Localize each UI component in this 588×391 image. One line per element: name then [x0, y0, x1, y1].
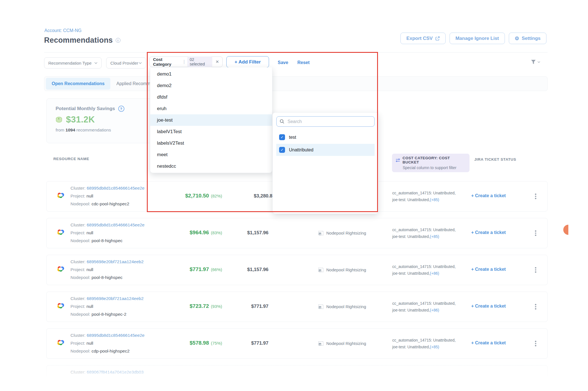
cost-category-line1: cc_automation_14715: Unattributed,	[392, 226, 456, 233]
cluster-label: Cluster:	[70, 186, 85, 190]
create-ticket-button[interactable]: + Create a ticket	[471, 193, 506, 198]
swap-arrows-icon	[395, 158, 400, 162]
filter-menu-button[interactable]	[531, 60, 540, 64]
cost-category-more-link[interactable]: (+86)	[430, 271, 439, 276]
save-button[interactable]: Save	[278, 60, 288, 65]
table-row: Cluster: 6895698e20bf721aa124eeb2 Projec…	[46, 292, 548, 322]
checkbox-checked-icon[interactable]	[279, 147, 285, 153]
cost-category-more-link[interactable]: (+85)	[430, 197, 439, 202]
rightsizing-icon	[318, 231, 323, 235]
row-menu-icon[interactable]	[533, 229, 538, 237]
cost-category-line2: joe-test: Unattributed,	[392, 271, 430, 276]
cost-category-cell: cc_automation_14715: Unattributed,joe-te…	[392, 190, 456, 203]
dropdown-item-demo1[interactable]: demo1	[150, 68, 272, 80]
cost-category-line2: joe-test: Unattributed,	[392, 197, 430, 202]
cluster-link[interactable]: 68995db8d1c854666145ee2e	[87, 186, 145, 190]
cost-category-dropdown: demo1 demo2 dfdsf eruh joe-test labelV1T…	[150, 67, 272, 173]
cost-category-cell: cc_automation_14715: Unattributed,joe-te…	[392, 226, 456, 240]
reset-button[interactable]: Reset	[297, 60, 310, 65]
cluster-link[interactable]: 68995db8d1c854666145ee2e	[87, 222, 145, 227]
close-icon[interactable]: ✕	[215, 59, 219, 64]
table-row: Cluster: 689067f8414a7041e2e3db03	[46, 365, 548, 391]
dropdown-item-demo2[interactable]: demo2	[150, 80, 272, 91]
dropdown-item-nestedcc[interactable]: nestedcc	[150, 160, 272, 172]
cost-category-line2: joe-test: Unattributed,	[392, 345, 430, 349]
cluster-link[interactable]: 68995db8d1c854666145ee2e	[87, 333, 145, 338]
breadcrumb[interactable]: Account: CCM-NG	[44, 28, 81, 33]
create-ticket-button[interactable]: + Create a ticket	[471, 340, 506, 345]
bucket-search-input[interactable]	[287, 119, 366, 124]
info-icon[interactable]: i	[116, 38, 120, 43]
monthly-savings-cell: $2,710.50(82%)	[165, 193, 222, 199]
cluster-link[interactable]: 689067f8414a7041e2e3db03	[87, 370, 144, 374]
savings-percent: (82%)	[211, 194, 222, 198]
tab-strip: Open Recommendations Applied Recommendat…	[44, 76, 548, 91]
bucket-option-label: Unattributed	[289, 147, 313, 153]
header-actions: Export CSV Manage Ignore List ⚙ Settings	[400, 33, 546, 44]
tab-open-recommendations[interactable]: Open Recommendations	[46, 78, 110, 90]
rightsizing-icon	[318, 268, 323, 272]
savings-value: $723.72	[190, 303, 209, 309]
search-icon	[280, 119, 284, 124]
row-menu-icon[interactable]	[533, 266, 538, 274]
bucket-option-test[interactable]: test	[276, 131, 375, 143]
export-csv-button[interactable]: Export CSV	[400, 33, 446, 44]
cost-category-cell: cc_automation_14715: Unattributed,joe-te…	[392, 263, 456, 277]
cluster-label: Cluster:	[70, 370, 85, 374]
table-row: Cluster: 68995db8d1c854666145ee2e Projec…	[46, 328, 548, 359]
settings-button[interactable]: ⚙ Settings	[509, 33, 546, 44]
rightsizing-icon	[318, 341, 323, 346]
rightsizing-icon	[318, 304, 323, 309]
dropdown-item-labelsV2Test[interactable]: labelsV2Test	[150, 137, 272, 149]
floating-widget-dot[interactable]	[563, 225, 568, 235]
monthly-cost-cell: $3,280.8	[226, 193, 272, 199]
cloud-provider-label: Cloud Provider	[110, 61, 138, 65]
monthly-savings-cell: $964.96(83%)	[165, 229, 222, 236]
savings-from-text: from	[56, 128, 64, 132]
project-label: Project:	[70, 304, 85, 309]
project-label: Project:	[70, 267, 85, 272]
dropdown-item-joe-test[interactable]: joe-test	[150, 114, 272, 126]
recommendation-type-label: Nodepool Rightsizing	[326, 341, 366, 346]
dropdown-item-labelV1Test[interactable]: labelV1Test	[150, 126, 272, 137]
bucket-option-unattributed[interactable]: Unattributed	[276, 144, 375, 156]
cluster-link[interactable]: 6895698e20bf721aa124eeb2	[87, 259, 144, 264]
cluster-label: Cluster:	[70, 222, 85, 227]
dropdown-item-eruh[interactable]: eruh	[150, 103, 272, 114]
cost-category-filter-chip[interactable]: Cost Category | 02 selected ✕	[149, 56, 223, 67]
create-ticket-button[interactable]: + Create a ticket	[471, 230, 506, 235]
cost-category-line1: cc_automation_14715: Unattributed,	[392, 300, 456, 307]
dropdown-item-meet[interactable]: meet	[150, 149, 272, 160]
money-icon: $	[56, 116, 63, 123]
monthly-savings-cell: $578.98(75%)	[165, 340, 222, 346]
badge-subtitle: Special column to support filter	[403, 165, 466, 170]
manage-ignore-list-button[interactable]: Manage Ignore List	[450, 33, 505, 44]
cost-category-more-link[interactable]: (+86)	[430, 308, 439, 312]
cost-category-more-link[interactable]: (+85)	[430, 234, 439, 239]
resource-name-cell: Cluster: 689067f8414a7041e2e3db03	[70, 368, 143, 376]
savings-value: $2,710.50	[185, 193, 209, 199]
recommendation-type-cell: Nodepool Rightsizing	[318, 304, 366, 309]
create-ticket-button[interactable]: + Create a ticket	[471, 267, 506, 272]
row-menu-icon[interactable]	[533, 303, 538, 311]
row-menu-icon[interactable]	[533, 339, 538, 348]
cloud-provider-select[interactable]: Cloud Provider	[106, 57, 146, 69]
project-value: null	[86, 194, 93, 198]
monthly-savings-cell: $771.97(66%)	[165, 266, 222, 272]
funnel-icon	[531, 60, 536, 64]
cost-category-more-link[interactable]: (+85)	[430, 345, 439, 349]
svg-text:$: $	[58, 117, 60, 120]
row-menu-icon[interactable]	[533, 192, 538, 201]
checkbox-checked-icon[interactable]	[279, 134, 285, 140]
gcp-cloud-icon	[57, 229, 65, 236]
table-row: Cluster: 68995db8d1c854666145ee2e Projec…	[46, 218, 548, 248]
chevron-down-icon	[537, 61, 540, 63]
add-filter-button[interactable]: + Add Filter	[226, 56, 269, 68]
recommendation-type-cell: Nodepool Rightsizing	[318, 267, 366, 272]
gcp-cloud-icon	[57, 303, 65, 310]
create-ticket-button[interactable]: + Create a ticket	[471, 304, 506, 309]
dropdown-item-dfdsf[interactable]: dfdsf	[150, 91, 272, 103]
cluster-link[interactable]: 6895698e20bf721aa124eeb2	[87, 296, 144, 301]
help-icon[interactable]: ?	[118, 106, 124, 112]
recommendation-type-select[interactable]: Recommendation Type	[44, 57, 102, 69]
